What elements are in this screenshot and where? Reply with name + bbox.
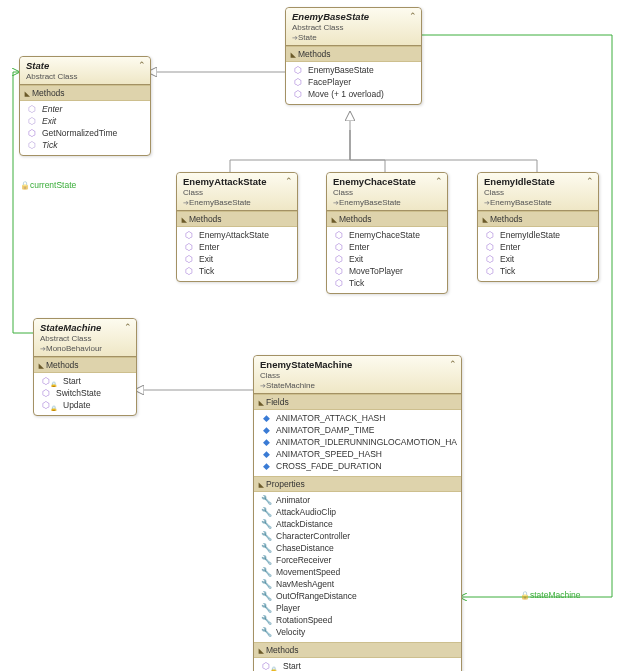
member-item[interactable]: CharacterController	[258, 530, 457, 542]
member-label: NavMeshAgent	[276, 579, 334, 589]
fields-list: ANIMATOR_ATTACK_HASHANIMATOR_DAMP_TIMEAN…	[254, 410, 461, 476]
member-item[interactable]: Enter	[331, 241, 443, 253]
methods-list: EnemyBaseStateFacePlayerMove (+ 1 overlo…	[286, 62, 421, 104]
collapse-icon[interactable]: ⌃	[409, 11, 417, 21]
member-item[interactable]: OutOfRangeDistance	[258, 590, 457, 602]
member-item[interactable]: ANIMATOR_ATTACK_HASH	[258, 412, 457, 424]
member-label: Tick	[42, 140, 58, 150]
member-item[interactable]: ANIMATOR_DAMP_TIME	[258, 424, 457, 436]
member-label: ANIMATOR_SPEED_HASH	[276, 449, 382, 459]
class-header[interactable]: EnemyAttackState Class EnemyBaseState ⌃	[177, 173, 297, 211]
member-label: AttackAudioClip	[276, 507, 336, 517]
member-item[interactable]: Animator	[258, 494, 457, 506]
prop-icon	[260, 627, 272, 637]
member-label: EnemyBaseState	[308, 65, 374, 75]
member-item[interactable]: EnemyIdleState	[482, 229, 594, 241]
member-item[interactable]: Tick	[24, 139, 146, 151]
class-header[interactable]: EnemyIdleState Class EnemyBaseState ⌃	[478, 173, 598, 211]
member-item[interactable]: AttackDistance	[258, 518, 457, 530]
member-item[interactable]: CROSS_FADE_DURATION	[258, 460, 457, 472]
collapse-icon[interactable]: ⌃	[449, 359, 457, 369]
member-item[interactable]: SwitchState	[38, 387, 132, 399]
member-label: Player	[276, 603, 300, 613]
member-label: Velocity	[276, 627, 305, 637]
class-header[interactable]: StateMachine Abstract Class MonoBehaviou…	[34, 319, 136, 357]
member-item[interactable]: ANIMATOR_IDLERUNNINGLOCAMOTION_HASH	[258, 436, 457, 448]
class-kind: Class	[183, 188, 281, 197]
member-item[interactable]: GetNormalizedTime	[24, 127, 146, 139]
section-methods[interactable]: Methods	[327, 211, 447, 227]
member-label: Update	[63, 400, 90, 410]
member-label: CharacterController	[276, 531, 350, 541]
member-item[interactable]: ChaseDistance	[258, 542, 457, 554]
class-header[interactable]: EnemyStateMachine Class StateMachine ⌃	[254, 356, 461, 394]
class-EnemyChaceState[interactable]: EnemyChaceState Class EnemyBaseState ⌃ M…	[326, 172, 448, 294]
class-EnemyStateMachine[interactable]: EnemyStateMachine Class StateMachine ⌃ F…	[253, 355, 462, 671]
member-item[interactable]: MovementSpeed	[258, 566, 457, 578]
member-item[interactable]: Enter	[181, 241, 293, 253]
member-item[interactable]: 🔒Start	[258, 660, 457, 671]
section-methods[interactable]: Methods	[254, 642, 461, 658]
member-item[interactable]: ANIMATOR_SPEED_HASH	[258, 448, 457, 460]
class-kind: Class	[260, 371, 445, 380]
section-methods[interactable]: Methods	[177, 211, 297, 227]
field-icon	[260, 437, 272, 447]
member-label: MoveToPlayer	[349, 266, 403, 276]
member-item[interactable]: NavMeshAgent	[258, 578, 457, 590]
member-label: AttackDistance	[276, 519, 333, 529]
member-item[interactable]: EnemyBaseState	[290, 64, 417, 76]
class-header[interactable]: EnemyChaceState Class EnemyBaseState ⌃	[327, 173, 447, 211]
member-item[interactable]: ForceReceiver	[258, 554, 457, 566]
class-StateMachine[interactable]: StateMachine Abstract Class MonoBehaviou…	[33, 318, 137, 416]
methods-list: 🔒Start	[254, 658, 461, 671]
member-label: ChaseDistance	[276, 543, 334, 553]
collapse-icon[interactable]: ⌃	[435, 176, 443, 186]
class-header[interactable]: EnemyBaseState Abstract Class State ⌃	[286, 8, 421, 46]
method-icon	[484, 230, 496, 240]
section-methods[interactable]: Methods	[34, 357, 136, 373]
section-properties[interactable]: Properties	[254, 476, 461, 492]
member-label: FacePlayer	[308, 77, 351, 87]
class-EnemyAttackState[interactable]: EnemyAttackState Class EnemyBaseState ⌃ …	[176, 172, 298, 282]
member-item[interactable]: Velocity	[258, 626, 457, 638]
member-item[interactable]: 🔒Start	[38, 375, 132, 387]
class-EnemyIdleState[interactable]: EnemyIdleState Class EnemyBaseState ⌃ Me…	[477, 172, 599, 282]
collapse-icon[interactable]: ⌃	[586, 176, 594, 186]
member-item[interactable]: EnemyChaceState	[331, 229, 443, 241]
section-methods[interactable]: Methods	[20, 85, 150, 101]
member-item[interactable]: Exit	[181, 253, 293, 265]
member-item[interactable]: AttackAudioClip	[258, 506, 457, 518]
member-item[interactable]: FacePlayer	[290, 76, 417, 88]
member-item[interactable]: Enter	[482, 241, 594, 253]
member-item[interactable]: Enter	[24, 103, 146, 115]
collapse-icon[interactable]: ⌃	[124, 322, 132, 332]
class-EnemyBaseState[interactable]: EnemyBaseState Abstract Class State ⌃ Me…	[285, 7, 422, 105]
member-item[interactable]: 🔒Update	[38, 399, 132, 411]
private-lock-icon: 🔒	[50, 405, 57, 412]
member-item[interactable]: Tick	[331, 277, 443, 289]
member-item[interactable]: Move (+ 1 overload)	[290, 88, 417, 100]
member-item[interactable]: Tick	[482, 265, 594, 277]
member-label: Tick	[199, 266, 214, 276]
class-State[interactable]: State Abstract Class ⌃ Methods EnterExit…	[19, 56, 151, 156]
member-item[interactable]: EnemyAttackState	[181, 229, 293, 241]
prop-icon	[260, 543, 272, 553]
method-icon	[26, 128, 38, 138]
member-item[interactable]: Exit	[331, 253, 443, 265]
class-title: StateMachine	[40, 322, 120, 333]
member-item[interactable]: Player	[258, 602, 457, 614]
member-item[interactable]: MoveToPlayer	[331, 265, 443, 277]
member-label: GetNormalizedTime	[42, 128, 117, 138]
member-item[interactable]: Exit	[24, 115, 146, 127]
collapse-icon[interactable]: ⌃	[285, 176, 293, 186]
section-methods[interactable]: Methods	[286, 46, 421, 62]
prop-icon	[260, 567, 272, 577]
member-item[interactable]: Exit	[482, 253, 594, 265]
collapse-icon[interactable]: ⌃	[138, 60, 146, 70]
member-label: Enter	[500, 242, 520, 252]
member-item[interactable]: Tick	[181, 265, 293, 277]
member-item[interactable]: RotationSpeed	[258, 614, 457, 626]
section-fields[interactable]: Fields	[254, 394, 461, 410]
class-header[interactable]: State Abstract Class ⌃	[20, 57, 150, 85]
section-methods[interactable]: Methods	[478, 211, 598, 227]
